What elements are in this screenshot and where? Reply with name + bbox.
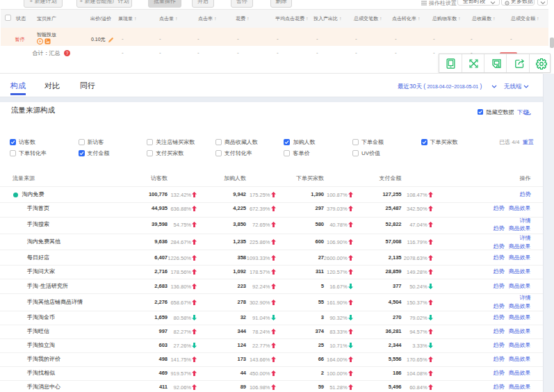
svg-text:?: ? — [65, 51, 68, 56]
